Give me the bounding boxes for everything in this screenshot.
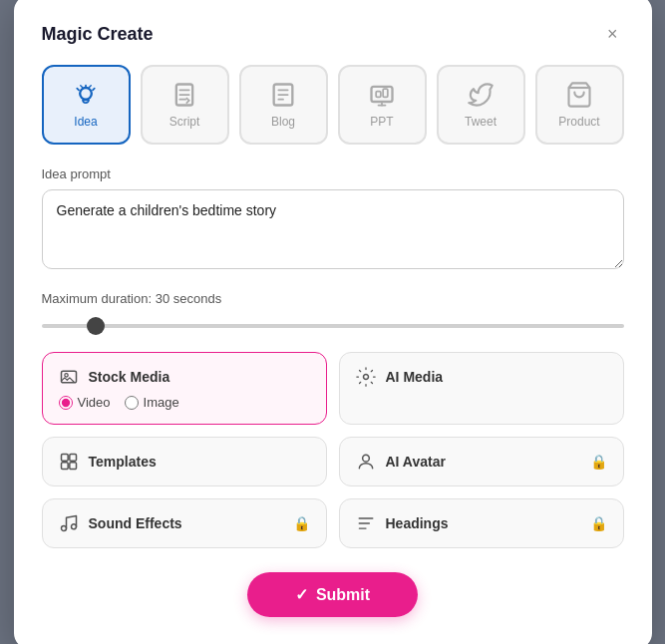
radio-image-label[interactable]: Image (125, 395, 179, 410)
duration-label: Maximum duration: 30 seconds (42, 291, 624, 306)
tab-tweet-label: Tweet (465, 115, 497, 129)
submit-check-icon: ✓ (295, 585, 308, 604)
tab-blog[interactable]: Blog (239, 65, 328, 145)
submit-wrap: ✓ Submit (42, 572, 624, 617)
headings-row: Headings 🔒 (356, 513, 607, 533)
stock-media-header: Stock Media (59, 367, 310, 387)
templates-icon (59, 452, 79, 472)
svg-rect-23 (61, 455, 68, 462)
headings-header: Headings (356, 513, 449, 533)
magic-create-modal: Magic Create × Idea (14, 0, 652, 644)
option-ai-media[interactable]: AI Media (339, 352, 624, 425)
idea-icon (72, 81, 100, 109)
tab-ppt-label: PPT (370, 115, 393, 129)
headings-label: Headings (386, 515, 449, 531)
stock-media-sub: Video Image (59, 395, 310, 410)
tab-product[interactable]: Product (535, 65, 624, 145)
svg-rect-24 (69, 455, 76, 462)
option-templates[interactable]: Templates (42, 437, 327, 486)
svg-rect-16 (383, 89, 388, 97)
duration-slider-wrap (42, 314, 624, 332)
radio-video[interactable] (59, 396, 73, 410)
svg-rect-15 (376, 92, 381, 98)
svg-point-27 (362, 455, 369, 462)
svg-rect-25 (61, 463, 68, 470)
ai-media-header: AI Media (356, 367, 607, 387)
submit-button[interactable]: ✓ Submit (247, 572, 418, 617)
svg-point-22 (363, 375, 368, 380)
script-icon (170, 81, 198, 109)
svg-rect-14 (372, 87, 393, 102)
ai-avatar-label: AI Avatar (386, 454, 446, 470)
sound-effects-lock-icon: 🔒 (293, 515, 310, 531)
submit-label: Submit (316, 586, 370, 604)
option-ai-avatar[interactable]: AI Avatar 🔒 (339, 437, 624, 486)
svg-point-21 (64, 374, 67, 377)
sound-effects-row: Sound Effects 🔒 (59, 513, 310, 533)
tab-product-label: Product (558, 115, 599, 129)
svg-line-3 (77, 89, 79, 91)
ai-avatar-row: AI Avatar 🔒 (356, 452, 607, 472)
close-button[interactable]: × (601, 23, 624, 45)
tab-script-label: Script (169, 115, 200, 129)
tab-ppt[interactable]: PPT (338, 65, 427, 145)
duration-slider[interactable] (42, 324, 624, 328)
options-grid: Stock Media Video Image AI Med (42, 352, 624, 548)
ai-media-label: AI Media (386, 369, 444, 385)
ai-media-icon (356, 367, 376, 387)
ai-avatar-lock-icon: 🔒 (590, 454, 607, 470)
radio-image-text: Image (144, 395, 179, 410)
svg-point-29 (71, 524, 76, 529)
svg-line-4 (81, 86, 83, 88)
option-headings[interactable]: Headings 🔒 (339, 498, 624, 548)
modal-header: Magic Create × (42, 23, 624, 45)
svg-rect-20 (61, 371, 76, 383)
ai-avatar-header: AI Avatar (356, 452, 446, 472)
tab-tweet[interactable]: Tweet (437, 65, 525, 145)
blog-icon (269, 81, 297, 109)
tab-script[interactable]: Script (141, 65, 229, 145)
sound-effects-icon (59, 513, 79, 533)
sound-effects-header: Sound Effects (59, 513, 182, 533)
svg-point-0 (80, 88, 92, 100)
svg-line-5 (90, 86, 92, 88)
templates-header: Templates (59, 452, 310, 472)
tabs-row: Idea Script Blog (42, 65, 624, 145)
tweet-icon (467, 81, 495, 109)
svg-point-28 (61, 526, 66, 531)
option-stock-media[interactable]: Stock Media Video Image (42, 352, 327, 425)
ppt-icon (368, 81, 396, 109)
sound-effects-label: Sound Effects (89, 515, 182, 531)
idea-prompt-input[interactable] (42, 189, 624, 269)
radio-video-label[interactable]: Video (59, 395, 111, 410)
tab-idea-label: Idea (74, 115, 97, 129)
radio-image[interactable] (125, 396, 139, 410)
headings-icon (356, 513, 376, 533)
modal-title: Magic Create (42, 24, 154, 45)
svg-line-2 (93, 89, 95, 91)
tab-blog-label: Blog (271, 115, 295, 129)
product-icon (565, 81, 593, 109)
stock-media-label: Stock Media (89, 369, 170, 385)
option-sound-effects[interactable]: Sound Effects 🔒 (42, 498, 327, 548)
stock-media-icon (59, 367, 79, 387)
svg-rect-26 (69, 463, 76, 470)
templates-label: Templates (89, 454, 157, 470)
radio-video-text: Video (78, 395, 111, 410)
tab-idea[interactable]: Idea (42, 65, 131, 145)
idea-prompt-label: Idea prompt (42, 166, 624, 181)
headings-lock-icon: 🔒 (590, 515, 607, 531)
ai-avatar-icon (356, 452, 376, 472)
